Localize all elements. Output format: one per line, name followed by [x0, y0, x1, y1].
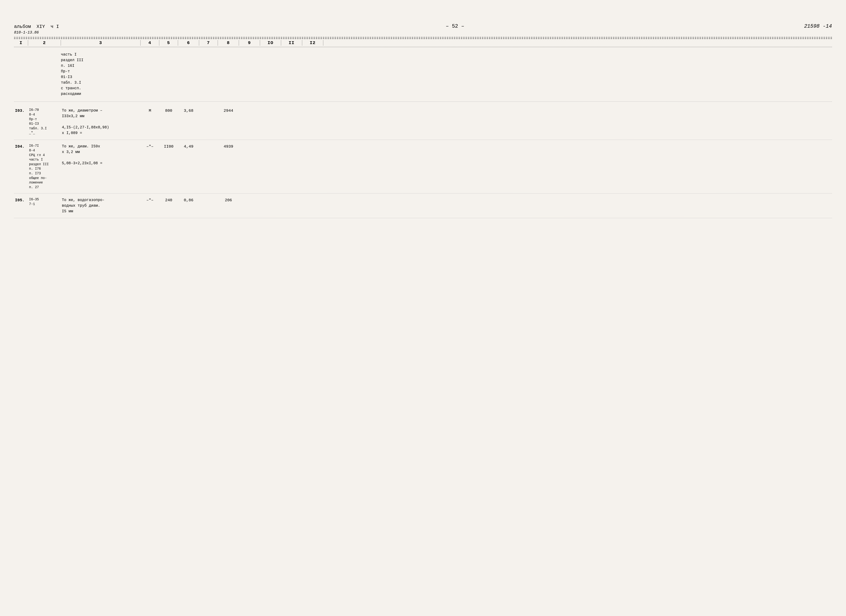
table-row: I05. I6–35 7-1 То же, водогазопро- водны… — [14, 194, 832, 218]
header-divider — [14, 37, 832, 37]
intro-num — [14, 52, 28, 97]
col-header-8: 8 — [218, 40, 239, 46]
page-number: – 52 – — [59, 24, 804, 29]
col-header-1: I — [14, 40, 28, 46]
intro-section: часть I раздел III п. 16I Пр-т 01-I3 таб… — [14, 50, 832, 102]
row-103-num: I03. — [14, 108, 28, 114]
header-area: альбом XIY ч I 810-1-13.86 – 52 – 21598 … — [14, 9, 832, 35]
row-103-total: 2944 — [218, 108, 239, 114]
row-104-total: 4939 — [218, 144, 239, 150]
column-header-row: I 2 3 4 5 6 7 8 9 IO II I2 — [14, 38, 832, 47]
intro-desc: часть I раздел III п. 16I Пр-т 01-I3 таб… — [61, 52, 141, 97]
footer-note — [14, 228, 832, 230]
col-header-10: IO — [260, 40, 281, 46]
row-103-desc: То же, диаметром – I33x3,2 мм 4,I5-(2,27… — [61, 108, 141, 136]
col-header-12: I2 — [302, 40, 323, 46]
row-105-qty: 240 — [159, 197, 178, 203]
table-row: I03. I6–70 8-4 Пр-т 01-I3 табл. 3.I _"_ … — [14, 104, 832, 140]
col-header-3: 3 — [61, 40, 141, 46]
album-subtitle: 810-1-13.86 — [14, 30, 59, 35]
row-104-unit: –"– — [141, 144, 159, 150]
table-row: I04. I6–7I 8-4 СРЦ гл 4 часть I раздел I… — [14, 140, 832, 194]
page: альбом XIY ч I 810-1-13.86 – 52 – 21598 … — [0, 0, 846, 616]
row-105-price: 0,86 — [178, 197, 199, 203]
row-103-qty: 800 — [159, 108, 178, 114]
col-header-4: 4 — [141, 40, 159, 46]
row-105-code: I6–35 7-1 — [28, 197, 61, 206]
album-label: альбом — [14, 24, 31, 29]
col-header-7: 7 — [199, 40, 218, 46]
row-104-num: I04. — [14, 144, 28, 150]
col-header-9: 9 — [239, 40, 260, 46]
col-header-6: 6 — [178, 40, 199, 46]
album-title: альбом XIY ч I — [14, 24, 59, 30]
row-105-num: I05. — [14, 197, 28, 203]
row-105-desc: То же, водогазопро- водных труб диам. I5… — [61, 197, 141, 214]
col-header-11: II — [281, 40, 302, 46]
row-103-code: I6–70 8-4 Пр-т 01-I3 табл. 3.I _"_ — [28, 108, 61, 135]
album-info: альбом XIY ч I 810-1-13.86 — [14, 24, 59, 35]
row-105-unit: –"– — [141, 197, 159, 203]
intro-code — [28, 52, 61, 97]
col-header-2: 2 — [28, 40, 61, 46]
row-103-unit: М — [141, 108, 159, 114]
row-104-qty: II00 — [159, 144, 178, 150]
row-105-total: 206 — [218, 197, 239, 203]
row-104-desc: То же, диам. I59x x 3,2 мм 5,08-3+2,23xI… — [61, 144, 141, 166]
album-part: ч I — [51, 24, 59, 29]
doc-number: 21598 -14 — [804, 24, 832, 29]
row-104-price: 4,49 — [178, 144, 199, 150]
album-num: XIY — [37, 24, 45, 29]
row-104-code: I6–7I 8-4 СРЦ гл 4 часть I раздел III п.… — [28, 144, 61, 190]
row-103-price: 3,68 — [178, 108, 199, 114]
col-header-5: 5 — [159, 40, 178, 46]
